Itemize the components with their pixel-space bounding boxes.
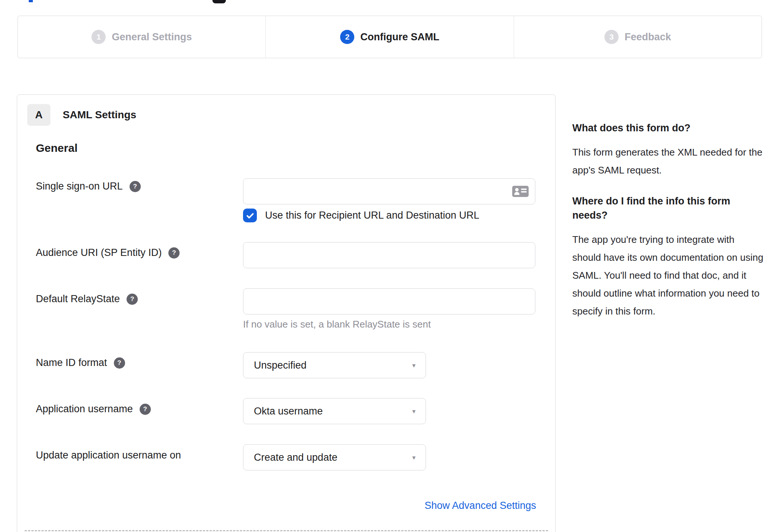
select-value: Create and update [254, 452, 411, 463]
show-advanced-settings-link[interactable]: Show Advanced Settings [424, 500, 536, 511]
update-username-label-row: Update application username on [36, 450, 181, 461]
section-a-badge: A [27, 104, 50, 126]
sidebar-heading-what: What does this form do? [572, 121, 764, 135]
app-username-select[interactable]: Okta username ▼ [243, 398, 426, 424]
select-value: Unspecified [254, 360, 411, 371]
relaystate-label-row: Default RelayState ? [36, 293, 138, 305]
help-icon[interactable]: ? [168, 247, 180, 259]
step-label: Configure SAML [360, 31, 439, 43]
relaystate-hint: If no value is set, a blank RelayState i… [243, 319, 431, 330]
section-dashed-divider [25, 530, 548, 531]
recipient-url-checkbox[interactable] [243, 209, 257, 222]
recipient-url-checkbox-row: Use this for Recipient URL and Destinati… [243, 209, 479, 222]
name-id-format-label: Name ID format [36, 357, 107, 369]
audience-uri-label-row: Audience URI (SP Entity ID) ? [36, 247, 180, 259]
step-label: Feedback [625, 31, 671, 43]
chevron-down-icon: ▼ [411, 408, 417, 414]
recipient-url-checkbox-label: Use this for Recipient URL and Destinati… [265, 210, 479, 221]
help-icon[interactable]: ? [127, 294, 138, 305]
sso-url-label-row: Single sign-on URL ? [36, 181, 141, 192]
step-number-badge: 1 [91, 30, 106, 44]
chevron-down-icon: ▼ [411, 454, 417, 461]
logo-fragment [29, 0, 33, 2]
relaystate-input[interactable] [243, 288, 535, 314]
checkmark-icon [245, 211, 255, 220]
top-control-fragment [212, 0, 226, 3]
chevron-down-icon: ▼ [411, 362, 417, 369]
step-feedback[interactable]: 3 Feedback [514, 16, 762, 58]
help-icon[interactable]: ? [114, 357, 125, 369]
app-username-label: Application username [36, 403, 133, 415]
step-label: General Settings [112, 31, 192, 43]
step-number-badge: 3 [604, 30, 619, 44]
sidebar-body-what: This form generates the XML needed for t… [572, 143, 764, 179]
update-username-select[interactable]: Create and update ▼ [243, 444, 426, 470]
sso-url-label: Single sign-on URL [36, 181, 123, 192]
app-username-label-row: Application username ? [36, 403, 151, 415]
sso-url-input[interactable] [243, 178, 535, 204]
audience-uri-input[interactable] [243, 242, 535, 268]
update-username-label: Update application username on [36, 450, 181, 461]
sidebar-body-where: The app you're trying to integrate with … [572, 231, 764, 320]
card-title: SAML Settings [63, 109, 136, 121]
wizard-stepper: 1 General Settings 2 Configure SAML 3 Fe… [18, 16, 762, 58]
help-icon[interactable]: ? [130, 181, 141, 192]
select-value: Okta username [254, 406, 411, 417]
step-number-badge: 2 [340, 30, 354, 44]
name-id-format-label-row: Name ID format ? [36, 357, 125, 369]
step-configure-saml[interactable]: 2 Configure SAML [265, 16, 513, 58]
contact-card-icon[interactable] [512, 185, 529, 197]
saml-settings-card: A SAML Settings General Single sign-on U… [17, 94, 556, 532]
help-icon[interactable]: ? [140, 404, 151, 415]
general-section-heading: General [36, 142, 78, 154]
help-sidebar: What does this form do? This form genera… [572, 121, 764, 335]
name-id-format-select[interactable]: Unspecified ▼ [243, 352, 426, 378]
relaystate-label: Default RelayState [36, 293, 120, 305]
audience-uri-label: Audience URI (SP Entity ID) [36, 247, 162, 259]
step-general-settings[interactable]: 1 General Settings [18, 16, 265, 58]
sidebar-heading-where: Where do I find the info this form needs… [572, 194, 764, 222]
